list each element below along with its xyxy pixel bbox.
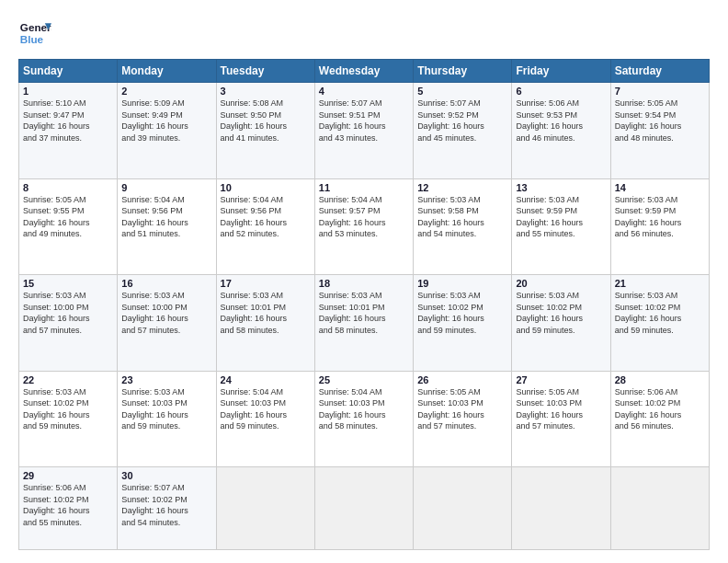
day-number: 14 bbox=[615, 182, 705, 193]
day-info: Sunrise: 5:04 AM Sunset: 10:03 PM Daylig… bbox=[221, 386, 311, 432]
day-number: 25 bbox=[319, 374, 409, 385]
day-info: Sunrise: 5:03 AM Sunset: 10:02 PM Daylig… bbox=[615, 290, 705, 336]
day-info: Sunrise: 5:03 AM Sunset: 10:02 PM Daylig… bbox=[516, 290, 606, 336]
day-number: 6 bbox=[516, 86, 606, 97]
table-row bbox=[512, 467, 610, 550]
day-info: Sunrise: 5:03 AM Sunset: 10:01 PM Daylig… bbox=[221, 290, 311, 336]
calendar-table: Sunday Monday Tuesday Wednesday Thursday… bbox=[18, 59, 710, 550]
day-number: 7 bbox=[615, 86, 705, 97]
logo: General Blue bbox=[18, 17, 51, 50]
day-info: Sunrise: 5:03 AM Sunset: 9:58 PM Dayligh… bbox=[417, 194, 507, 240]
table-row: 24Sunrise: 5:04 AM Sunset: 10:03 PM Dayl… bbox=[216, 371, 314, 467]
day-number: 27 bbox=[516, 374, 606, 385]
table-row: 12Sunrise: 5:03 AM Sunset: 9:58 PM Dayli… bbox=[414, 178, 512, 275]
day-number: 5 bbox=[417, 86, 507, 97]
day-number: 2 bbox=[121, 86, 211, 97]
day-info: Sunrise: 5:06 AM Sunset: 10:02 PM Daylig… bbox=[615, 386, 705, 432]
day-info: Sunrise: 5:07 AM Sunset: 9:52 PM Dayligh… bbox=[417, 98, 507, 144]
day-number: 12 bbox=[417, 182, 507, 193]
day-number: 19 bbox=[417, 278, 507, 289]
day-info: Sunrise: 5:04 AM Sunset: 9:56 PM Dayligh… bbox=[121, 194, 211, 240]
day-info: Sunrise: 5:03 AM Sunset: 10:02 PM Daylig… bbox=[23, 386, 113, 432]
day-number: 30 bbox=[121, 470, 211, 481]
svg-text:General: General bbox=[20, 21, 51, 33]
table-row: 15Sunrise: 5:03 AM Sunset: 10:00 PM Dayl… bbox=[19, 275, 118, 372]
table-row: 4Sunrise: 5:07 AM Sunset: 9:51 PM Daylig… bbox=[314, 83, 413, 179]
day-info: Sunrise: 5:05 AM Sunset: 9:54 PM Dayligh… bbox=[615, 98, 705, 144]
table-row: 18Sunrise: 5:03 AM Sunset: 10:01 PM Dayl… bbox=[314, 275, 413, 372]
table-row: 3Sunrise: 5:08 AM Sunset: 9:50 PM Daylig… bbox=[216, 83, 314, 179]
day-number: 9 bbox=[121, 182, 211, 193]
day-number: 1 bbox=[23, 86, 113, 97]
day-info: Sunrise: 5:03 AM Sunset: 10:00 PM Daylig… bbox=[23, 290, 113, 336]
table-row: 27Sunrise: 5:05 AM Sunset: 10:03 PM Dayl… bbox=[512, 371, 610, 467]
day-number: 11 bbox=[319, 182, 409, 193]
table-row: 10Sunrise: 5:04 AM Sunset: 9:56 PM Dayli… bbox=[216, 178, 314, 275]
day-number: 23 bbox=[121, 374, 211, 385]
header-saturday: Saturday bbox=[610, 60, 709, 83]
day-info: Sunrise: 5:04 AM Sunset: 9:57 PM Dayligh… bbox=[319, 194, 409, 240]
day-info: Sunrise: 5:10 AM Sunset: 9:47 PM Dayligh… bbox=[23, 98, 113, 144]
table-row: 23Sunrise: 5:03 AM Sunset: 10:03 PM Dayl… bbox=[118, 371, 216, 467]
day-info: Sunrise: 5:09 AM Sunset: 9:49 PM Dayligh… bbox=[121, 98, 211, 144]
day-number: 24 bbox=[221, 374, 311, 385]
day-info: Sunrise: 5:07 AM Sunset: 9:51 PM Dayligh… bbox=[319, 98, 409, 144]
day-info: Sunrise: 5:03 AM Sunset: 10:01 PM Daylig… bbox=[319, 290, 409, 336]
table-row: 29Sunrise: 5:06 AM Sunset: 10:02 PM Dayl… bbox=[19, 467, 118, 550]
day-number: 21 bbox=[615, 278, 705, 289]
table-row: 16Sunrise: 5:03 AM Sunset: 10:00 PM Dayl… bbox=[118, 275, 216, 372]
day-info: Sunrise: 5:07 AM Sunset: 10:02 PM Daylig… bbox=[121, 482, 211, 528]
table-row: 25Sunrise: 5:04 AM Sunset: 10:03 PM Dayl… bbox=[314, 371, 413, 467]
day-info: Sunrise: 5:06 AM Sunset: 10:02 PM Daylig… bbox=[23, 482, 113, 528]
day-info: Sunrise: 5:06 AM Sunset: 9:53 PM Dayligh… bbox=[516, 98, 606, 144]
day-info: Sunrise: 5:03 AM Sunset: 10:03 PM Daylig… bbox=[121, 386, 211, 432]
table-row: 8Sunrise: 5:05 AM Sunset: 9:55 PM Daylig… bbox=[19, 178, 118, 275]
day-info: Sunrise: 5:04 AM Sunset: 9:56 PM Dayligh… bbox=[221, 194, 311, 240]
day-info: Sunrise: 5:03 AM Sunset: 10:00 PM Daylig… bbox=[121, 290, 211, 336]
table-row bbox=[314, 467, 413, 550]
table-row: 28Sunrise: 5:06 AM Sunset: 10:02 PM Dayl… bbox=[610, 371, 709, 467]
table-row: 30Sunrise: 5:07 AM Sunset: 10:02 PM Dayl… bbox=[118, 467, 216, 550]
day-number: 18 bbox=[319, 278, 409, 289]
table-row: 6Sunrise: 5:06 AM Sunset: 9:53 PM Daylig… bbox=[512, 83, 610, 179]
day-number: 15 bbox=[23, 278, 113, 289]
table-row: 17Sunrise: 5:03 AM Sunset: 10:01 PM Dayl… bbox=[216, 275, 314, 372]
day-number: 29 bbox=[23, 470, 113, 481]
page: General Blue Sunday Monday Tuesday Wedne… bbox=[0, 0, 728, 563]
day-number: 28 bbox=[615, 374, 705, 385]
day-info: Sunrise: 5:03 AM Sunset: 10:02 PM Daylig… bbox=[417, 290, 507, 336]
logo-icon: General Blue bbox=[18, 17, 51, 50]
day-number: 26 bbox=[417, 374, 507, 385]
header-sunday: Sunday bbox=[19, 60, 118, 83]
day-number: 13 bbox=[516, 182, 606, 193]
day-number: 8 bbox=[23, 182, 113, 193]
header-thursday: Thursday bbox=[414, 60, 512, 83]
day-number: 22 bbox=[23, 374, 113, 385]
day-number: 17 bbox=[221, 278, 311, 289]
header-tuesday: Tuesday bbox=[216, 60, 314, 83]
table-row: 9Sunrise: 5:04 AM Sunset: 9:56 PM Daylig… bbox=[118, 178, 216, 275]
table-row: 11Sunrise: 5:04 AM Sunset: 9:57 PM Dayli… bbox=[314, 178, 413, 275]
table-row: 22Sunrise: 5:03 AM Sunset: 10:02 PM Dayl… bbox=[19, 371, 118, 467]
svg-text:Blue: Blue bbox=[20, 33, 44, 45]
table-row: 19Sunrise: 5:03 AM Sunset: 10:02 PM Dayl… bbox=[414, 275, 512, 372]
calendar-header-row: Sunday Monday Tuesday Wednesday Thursday… bbox=[19, 60, 710, 83]
day-info: Sunrise: 5:03 AM Sunset: 9:59 PM Dayligh… bbox=[615, 194, 705, 240]
table-row: 5Sunrise: 5:07 AM Sunset: 9:52 PM Daylig… bbox=[414, 83, 512, 179]
day-info: Sunrise: 5:05 AM Sunset: 10:03 PM Daylig… bbox=[417, 386, 507, 432]
day-info: Sunrise: 5:03 AM Sunset: 9:59 PM Dayligh… bbox=[516, 194, 606, 240]
day-info: Sunrise: 5:04 AM Sunset: 10:03 PM Daylig… bbox=[319, 386, 409, 432]
table-row: 2Sunrise: 5:09 AM Sunset: 9:49 PM Daylig… bbox=[118, 83, 216, 179]
table-row: 1Sunrise: 5:10 AM Sunset: 9:47 PM Daylig… bbox=[19, 83, 118, 179]
day-number: 4 bbox=[319, 86, 409, 97]
table-row bbox=[414, 467, 512, 550]
table-row: 26Sunrise: 5:05 AM Sunset: 10:03 PM Dayl… bbox=[414, 371, 512, 467]
table-row bbox=[216, 467, 314, 550]
day-number: 3 bbox=[221, 86, 311, 97]
day-number: 20 bbox=[516, 278, 606, 289]
table-row: 13Sunrise: 5:03 AM Sunset: 9:59 PM Dayli… bbox=[512, 178, 610, 275]
table-row: 7Sunrise: 5:05 AM Sunset: 9:54 PM Daylig… bbox=[610, 83, 709, 179]
header-friday: Friday bbox=[512, 60, 610, 83]
table-row bbox=[610, 467, 709, 550]
header-monday: Monday bbox=[118, 60, 216, 83]
